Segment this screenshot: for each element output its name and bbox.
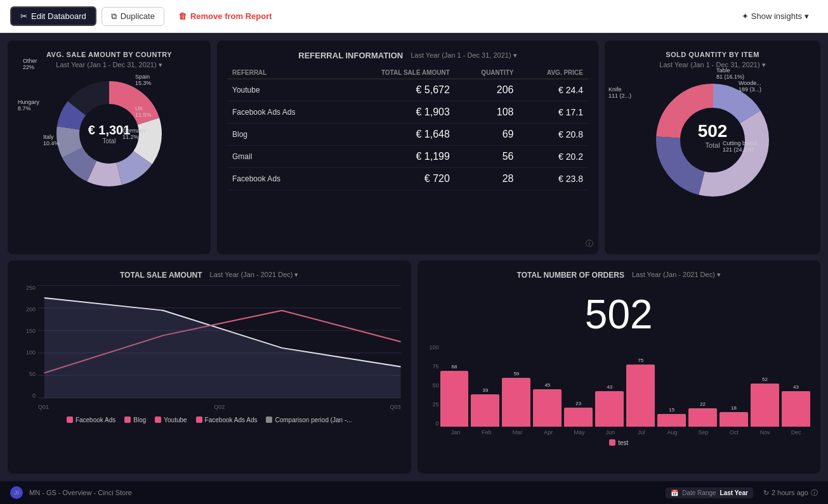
referral-filter[interactable]: Last Year (Jan 1 - Dec 31, 2021) xyxy=(411,51,516,60)
svg-text:Total: Total xyxy=(705,141,720,149)
avg-sale-subtitle[interactable]: Last Year (Jan 1 - Dec 31, 2021) xyxy=(18,61,200,69)
sold-qty-donut-container: 502 Total xyxy=(615,77,810,204)
bar xyxy=(657,414,686,427)
bar-value-label: 15 xyxy=(669,407,674,413)
avg-sale-title: AVG. SALE AMOUNT BY COUNTRY xyxy=(18,51,200,58)
bar-x-label: Feb xyxy=(472,429,501,436)
status-bar: JI MN - GS - Overview - Cinci Store 📅 Da… xyxy=(0,481,828,504)
dashboard: AVG. SALE AMOUNT BY COUNTRY Last Year (J… xyxy=(0,33,828,481)
bar-value-label: 39 xyxy=(482,387,488,393)
col-quantity: QUANTITY xyxy=(455,67,519,79)
bar-value-label: 23 xyxy=(575,401,581,406)
bar-x-label: May xyxy=(565,429,594,436)
svg-text:502: 502 xyxy=(698,121,728,141)
bar xyxy=(595,391,624,427)
table-row: Gmail € 1,199 56 € 20.2 xyxy=(227,146,588,168)
remove-from-report-button[interactable]: 🗑 Remove from Report xyxy=(169,8,281,25)
bar-group: 68 xyxy=(440,364,469,427)
col-referral: Referral xyxy=(227,67,337,79)
status-right: 📅 Date Range Last Year ↻ 2 hours ago ⓘ xyxy=(666,488,818,498)
bar-x-label: Jan xyxy=(442,429,470,436)
duplicate-icon: ⧉ xyxy=(111,11,117,22)
bar xyxy=(440,371,469,427)
legend-test: test xyxy=(609,439,628,446)
bar-group: 59 xyxy=(502,371,530,427)
bar xyxy=(564,408,593,427)
total-sale-filter[interactable]: Last Year (Jan - 2021 Dec) xyxy=(210,271,299,279)
total-sale-legends: Facebook Ads Blog Youtube Facebook Ads A… xyxy=(18,417,401,423)
bar-group: 22 xyxy=(688,401,717,427)
legend-woode: Woode...189 (3...) xyxy=(739,80,761,93)
bar-group: 52 xyxy=(751,377,779,427)
total-sale-line-svg xyxy=(38,285,401,399)
total-orders-title: TOTAL NUMBER OF ORDERS xyxy=(517,271,624,280)
bar-value-label: 18 xyxy=(731,405,737,411)
table-row: Facebook Ads € 720 28 € 23.8 xyxy=(227,168,588,190)
legend-cutting: Cutting board121 (24.1%) xyxy=(723,140,757,153)
total-sale-title: TOTAL SALE AMOUNT xyxy=(120,271,202,280)
bar xyxy=(688,408,717,427)
legend-youtube-dot xyxy=(155,417,161,423)
bar-value-label: 59 xyxy=(513,371,519,377)
insights-icon: ✦ xyxy=(742,11,749,21)
table-row: Blog € 1,648 69 € 20.8 xyxy=(227,124,588,146)
bar-x-label: Apr xyxy=(534,429,563,436)
total-orders-filter[interactable]: Last Year (Jan - 2021 Dec) xyxy=(632,271,721,279)
page-title: MN - GS - Overview - Cinci Store xyxy=(29,489,132,496)
total-orders-x-labels: JanFebMarAprMayJunJulAugSepOctNovDec xyxy=(442,429,811,436)
bar xyxy=(533,389,562,427)
legend-comparison: Comparison period (Jan -... xyxy=(266,417,352,423)
total-orders-card: TOTAL NUMBER OF ORDERS Last Year (Jan - … xyxy=(417,261,821,474)
total-sale-header: TOTAL SALE AMOUNT Last Year (Jan - 2021 … xyxy=(18,271,401,280)
app-logo: JI xyxy=(10,486,23,499)
bar-value-label: 45 xyxy=(544,382,550,388)
legend-youtube: Youtube xyxy=(155,417,187,423)
edit-icon: ✂ xyxy=(20,11,27,21)
date-range-value: Last Year xyxy=(720,489,748,496)
legend-test-dot xyxy=(609,439,615,446)
total-sale-y-axis: 250 200 150 100 50 0 xyxy=(18,285,36,399)
last-updated: ↻ 2 hours ago ⓘ xyxy=(763,488,818,498)
top-row: AVG. SALE AMOUNT BY COUNTRY Last Year (J… xyxy=(8,41,820,254)
bar-group: 18 xyxy=(720,405,748,427)
bar xyxy=(471,394,499,427)
sold-qty-subtitle[interactable]: Last Year (Jan 1 - Dec 31, 2021) xyxy=(615,61,810,69)
bar-value-label: 75 xyxy=(638,358,643,363)
total-orders-value: 502 xyxy=(428,285,811,344)
bar xyxy=(502,378,530,427)
legend-facebook-ads-dot xyxy=(67,417,73,423)
bar xyxy=(782,391,810,427)
bar-x-label: Jun xyxy=(596,429,624,436)
duplicate-button[interactable]: ⧉ Duplicate xyxy=(102,7,164,26)
bar-group: 43 xyxy=(595,384,624,427)
bar xyxy=(751,384,779,427)
show-insights-button[interactable]: ✦ Show insights ▾ xyxy=(733,8,818,25)
legend-facebook-ads: Facebook Ads xyxy=(67,417,115,423)
info-icon: ⓘ xyxy=(811,488,818,498)
legend-blog-dot xyxy=(124,417,131,423)
bottom-row: TOTAL SALE AMOUNT Last Year (Jan - 2021 … xyxy=(8,261,820,474)
bar-group: 15 xyxy=(657,407,686,427)
legend-comparison-dot xyxy=(266,417,272,423)
legend-facebook-ads-ads-dot xyxy=(196,417,202,423)
total-orders-header: TOTAL NUMBER OF ORDERS Last Year (Jan - … xyxy=(428,271,811,280)
status-left: JI MN - GS - Overview - Cinci Store xyxy=(10,486,132,499)
total-orders-y-axis: 100 75 50 25 0 xyxy=(428,344,440,427)
bar-x-label: Nov xyxy=(751,429,779,436)
total-orders-chart-wrapper: 100 75 50 25 0 683959452343751522185243 xyxy=(428,344,811,427)
total-orders-legends: test xyxy=(428,439,811,446)
legend-other: Other22% xyxy=(23,58,37,70)
legend-hungary: Hungary8.7% xyxy=(18,99,39,112)
edit-databoard-button[interactable]: ✂ Edit Databoard xyxy=(10,6,96,26)
legend-germany: Germany11.2% xyxy=(122,127,146,140)
bar-group: 43 xyxy=(782,384,810,427)
total-sale-chart-area: 250 200 150 100 50 0 xyxy=(18,285,401,411)
avg-sale-card: AVG. SALE AMOUNT BY COUNTRY Last Year (J… xyxy=(8,41,211,254)
bar-x-label: Jul xyxy=(627,429,655,436)
bar xyxy=(720,412,748,427)
legend-spain: Spain15.3% xyxy=(135,74,152,86)
legend-uk: UK11.5% xyxy=(135,105,152,118)
sold-qty-card: SOLD QUANTITY BY ITEM Last Year (Jan 1 -… xyxy=(605,41,820,254)
table-row: Youtube € 5,672 206 € 24.4 xyxy=(227,79,588,101)
info-icon: ⓘ xyxy=(586,238,593,249)
